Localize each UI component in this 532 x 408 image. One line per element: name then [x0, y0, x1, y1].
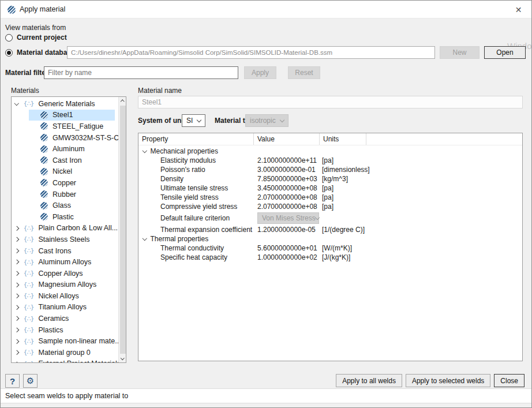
footer-buttons: Apply to all weldsApply to selected weld… — [336, 374, 524, 387]
close-button[interactable]: Close — [494, 374, 524, 387]
tree-item-label: GMW3032M-ST-S-C... — [53, 134, 118, 142]
property-units: [pa] — [322, 184, 334, 192]
material-group-icon: {∴} — [24, 338, 34, 345]
tree-material-cast-iron[interactable]: Cast Iron — [12, 155, 118, 166]
tree-item-label: Ceramics — [39, 315, 69, 323]
header-value[interactable]: Value — [254, 133, 320, 145]
header-property[interactable]: Property — [138, 133, 254, 145]
filter-input[interactable] — [44, 66, 238, 79]
scroll-up-icon[interactable] — [119, 97, 126, 105]
chevron-right-icon[interactable] — [14, 305, 19, 310]
window-title: Apply material — [20, 1, 65, 18]
tree-material-rubber[interactable]: Rubber — [12, 189, 118, 200]
property-name: Compressive yield stress — [160, 203, 237, 211]
chevron-right-icon[interactable] — [14, 249, 19, 253]
radio-material-database[interactable]: Material database — [5, 48, 75, 57]
tree-item-label: STEEL_Fatigue — [53, 122, 103, 130]
property-group-row-mechanical-properties[interactable]: Mechanical properties — [138, 147, 522, 156]
property-row-elasticity-modulus[interactable]: Elasticity modulus2.1000000000e+11[pa] — [138, 156, 522, 165]
gear-icon: ⚙ — [27, 377, 34, 385]
help-button[interactable]: ? — [5, 374, 20, 388]
tree-group-nickel-alloys[interactable]: {∴}Nickel Alloys — [12, 290, 118, 302]
property-group-row-thermal-properties[interactable]: Thermal properties — [138, 234, 522, 244]
tree-group-ceramics[interactable]: {∴}Ceramics — [12, 313, 118, 324]
radio-button-icon[interactable] — [5, 34, 13, 42]
property-row-ultimate-tensile-stress[interactable]: Ultimate tensile stress3.4500000000e+08[… — [138, 184, 522, 193]
property-units: [pa] — [322, 203, 334, 211]
tree-material-plastic[interactable]: Plastic — [12, 211, 118, 223]
apply-to-all-welds-button[interactable]: Apply to all welds — [336, 374, 402, 387]
material-group-icon: {∴} — [24, 349, 34, 355]
tree-group-cast-irons[interactable]: {∴}Cast Irons — [12, 245, 118, 257]
scrollbar-thumb[interactable] — [120, 106, 126, 354]
materials-label: Materials — [11, 87, 39, 95]
tree-item-label: External Project Materials — [39, 360, 119, 362]
tree-item-label: Nickel Alloys — [39, 292, 79, 300]
tree-group-aluminum-alloys[interactable]: {∴}Aluminum Alloys — [12, 256, 118, 268]
chevron-down-icon[interactable] — [143, 148, 147, 153]
tree-group-external-project-materials[interactable]: {∴}External Project Materials — [12, 358, 118, 362]
tree-group-titanium-alloys[interactable]: {∴}Titanium Alloys — [12, 302, 118, 313]
chevron-right-icon[interactable] — [14, 237, 19, 242]
chevron-right-icon[interactable] — [14, 362, 19, 362]
property-row-poisson-s-ratio[interactable]: Poisson's ratio3.0000000000e-01[dimensio… — [138, 165, 522, 174]
tree-group-material-group-0[interactable]: {∴}Material group 0 — [12, 347, 118, 358]
apply-to-selected-welds-button[interactable]: Apply to selected welds — [406, 374, 490, 387]
property-row-default-failure-criterion[interactable]: Default failure criterionVon Mises Stres… — [138, 211, 522, 225]
tree-group-plastics[interactable]: {∴}Plastics — [12, 324, 118, 336]
tree-group-magnesium-alloys[interactable]: {∴}Magnesium Alloys — [12, 279, 118, 291]
property-row-thermal-expansion-coefficient[interactable]: Thermal expansion coefficient1.200000000… — [138, 225, 522, 234]
tree-material-glass[interactable]: Glass — [12, 200, 118, 211]
property-units: [J/(kg*K)] — [322, 253, 350, 261]
chevron-down-icon[interactable] — [14, 101, 19, 106]
settings-button[interactable]: ⚙ — [23, 374, 38, 388]
tree-group-copper-alloys[interactable]: {∴}Copper Alloys — [12, 268, 118, 279]
property-units: [kg/m^3] — [322, 175, 348, 183]
chevron-right-icon[interactable] — [14, 316, 19, 321]
tree-material-steel1[interactable]: Steel1 — [12, 110, 118, 121]
material-icon — [40, 134, 48, 141]
tree-item-label: Material group 0 — [39, 349, 91, 357]
database-path-field[interactable] — [67, 46, 435, 59]
tree-group-generic-materials[interactable]: {∴}Generic Materials — [12, 98, 118, 110]
tree-group-plain-carbon-low-all[interactable]: {∴}Plain Carbon & Low All... — [12, 223, 118, 234]
chevron-right-icon[interactable] — [14, 271, 19, 276]
chevron-right-icon[interactable] — [14, 350, 19, 355]
property-row-density[interactable]: Density7.8500000000e+03[kg/m^3] — [138, 174, 522, 184]
tree-group-stainless-steels[interactable]: {∴}Stainless Steels — [12, 234, 118, 245]
tree-material-aluminum[interactable]: Aluminum — [12, 143, 118, 155]
property-row-specific-heat-capacity[interactable]: Specific heat capacity1.0000000000e+02[J… — [138, 253, 522, 262]
header-units[interactable]: Units — [320, 133, 366, 145]
radio-label: Material database — [17, 48, 75, 57]
property-name: Tensile yield stress — [160, 193, 219, 201]
chevron-right-icon[interactable] — [14, 294, 19, 298]
chevron-right-icon[interactable] — [14, 226, 19, 230]
chevron-right-icon[interactable] — [14, 260, 19, 264]
chevron-down-icon[interactable] — [143, 236, 147, 241]
property-row-thermal-conductivity[interactable]: Thermal conductivity5.6000000000e+01[W/(… — [138, 244, 522, 253]
material-name-label: Material name — [138, 87, 182, 95]
property-units: [W/(m*K)] — [322, 244, 352, 252]
tree-material-steel-fatigue[interactable]: STEEL_Fatigue — [12, 121, 118, 132]
tree-scrollbar[interactable] — [118, 97, 126, 362]
property-name: Density — [160, 175, 183, 183]
chevron-right-icon[interactable] — [14, 282, 19, 287]
open-database-button[interactable]: Open — [484, 46, 526, 59]
new-database-button: New — [440, 46, 479, 59]
system-of-units-value: SI — [186, 117, 193, 125]
chevron-right-icon[interactable] — [14, 339, 19, 343]
tree-group-sample-non-linear-mate[interactable]: {∴}Sample non-linear mate... — [12, 335, 118, 347]
chevron-right-icon[interactable] — [14, 328, 19, 332]
tree-material-nickel[interactable]: Nickel — [12, 166, 118, 178]
tree-material-gmw3032m-st-s-c[interactable]: GMW3032M-ST-S-C... — [12, 132, 118, 144]
property-row-tensile-yield-stress[interactable]: Tensile yield stress2.0700000000e+08[pa] — [138, 193, 522, 202]
material-group-icon: {∴} — [24, 225, 34, 231]
property-name: Default failure criterion — [160, 214, 230, 222]
close-icon[interactable]: ✕ — [505, 1, 531, 18]
system-of-units-select[interactable]: SI — [182, 114, 205, 127]
tree-material-copper[interactable]: Copper — [12, 177, 118, 189]
property-row-compressive-yield-stress[interactable]: Compressive yield stress2.0700000000e+08… — [138, 202, 522, 211]
scroll-down-icon[interactable] — [119, 354, 126, 362]
radio-current-project[interactable]: Current project — [5, 33, 67, 42]
radio-button-icon[interactable] — [5, 49, 13, 57]
